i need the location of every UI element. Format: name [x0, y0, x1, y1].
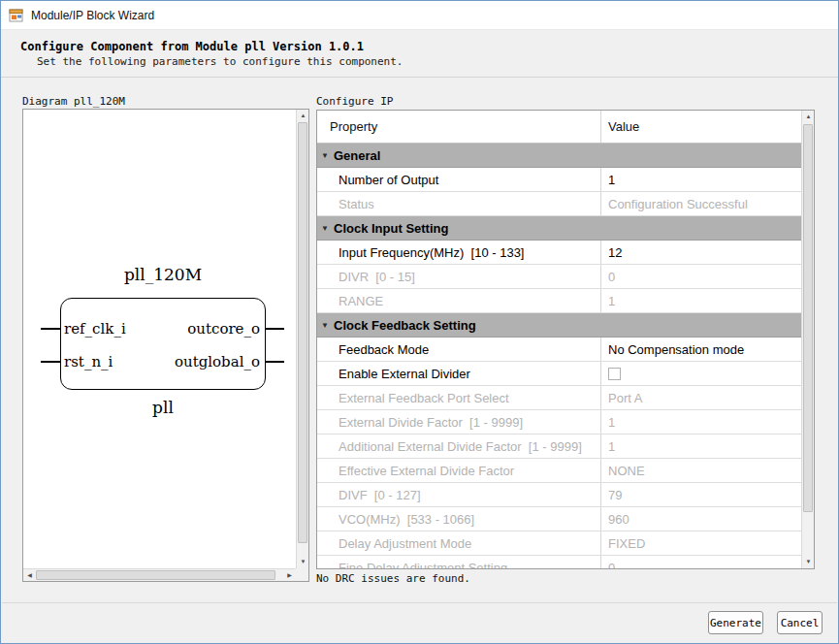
property-cell: Delay Adjustment Mode	[317, 531, 600, 555]
property-cell: RANGE	[317, 289, 600, 312]
table-body: ▼ General Number of Output 1 Status Conf…	[317, 144, 801, 568]
value-cell: 0	[600, 556, 801, 568]
property-cell: Enable External Divider	[317, 362, 600, 385]
value-cell[interactable]: 12	[600, 241, 801, 264]
value-cell: 1	[600, 289, 801, 312]
property-table: Property Value ▼ General Number of Outpu…	[316, 110, 815, 569]
row-fine-delay-adjustment-setting: Fine Delay Adjustment Setting 0	[317, 556, 801, 568]
block-instance-title: pll_120M	[60, 265, 266, 284]
collapse-triangle-icon[interactable]: ▼	[321, 144, 329, 168]
column-header-property: Property	[317, 111, 600, 143]
diagram-horizontal-scrollbar[interactable]: ◀ ▶	[23, 568, 296, 581]
row-input-frequency[interactable]: Input Frequency(MHz) [10 - 133] 12	[317, 241, 801, 265]
value-cell: 960	[600, 507, 801, 531]
value-cell: 1	[600, 410, 801, 434]
port-label-rst-n-i: rst_n_i	[64, 353, 113, 370]
section-label: Clock Input Setting	[334, 221, 448, 236]
row-feedback-mode[interactable]: Feedback Mode No Compensation mode	[317, 338, 801, 362]
vertical-scroll-thumb[interactable]	[803, 124, 813, 512]
horizontal-scroll-thumb[interactable]	[36, 570, 275, 580]
row-range: RANGE 1	[317, 289, 801, 313]
value-cell: 1	[600, 435, 801, 458]
property-cell: Number of Output	[317, 168, 600, 191]
value-cell: 79	[600, 483, 801, 506]
port-stub-outglobal-o	[266, 361, 284, 363]
property-cell: Feedback Mode	[317, 338, 600, 361]
wizard-title: Configure Component from Module pll Vers…	[20, 40, 364, 53]
port-stub-outcore-o	[266, 328, 284, 330]
property-cell: Additional External Divide Factor [1 - 9…	[317, 435, 600, 458]
scroll-down-icon[interactable]: ▼	[802, 556, 815, 568]
module-ip-block-wizard-window: Module/IP Block Wizard Configure Compone…	[0, 0, 839, 644]
footer-separator	[2, 602, 837, 603]
row-number-of-output[interactable]: Number of Output 1	[317, 168, 801, 192]
title-bar[interactable]: Module/IP Block Wizard	[1, 1, 838, 30]
wizard-header: Configure Component from Module pll Vers…	[1, 30, 838, 78]
window-title: Module/IP Block Wizard	[31, 9, 154, 22]
property-cell: DIVF [0 - 127]	[317, 483, 600, 506]
row-delay-adjustment-mode: Delay Adjustment Mode FIXED	[317, 531, 801, 556]
property-cell: External Divide Factor [1 - 9999]	[317, 410, 600, 434]
section-label: General	[334, 148, 380, 163]
port-stub-ref-clk-i	[41, 328, 60, 330]
property-cell: Fine Delay Adjustment Setting	[317, 556, 600, 568]
port-label-outglobal-o: outglobal_o	[175, 353, 260, 370]
property-cell: DIVR [0 - 15]	[317, 265, 600, 288]
section-label: Clock Feedback Setting	[334, 318, 476, 333]
scroll-left-icon[interactable]: ◀	[23, 569, 36, 582]
scroll-up-icon[interactable]: ▲	[802, 111, 815, 123]
value-cell[interactable]: No Compensation mode	[600, 338, 801, 361]
section-row-clock-feedback-setting[interactable]: ▼ Clock Feedback Setting	[317, 313, 801, 338]
property-cell: External Feedback Port Select	[317, 386, 600, 409]
scroll-up-icon[interactable]: ▲	[297, 110, 309, 122]
value-cell	[600, 362, 801, 385]
configure-ip-label: Configure IP	[316, 95, 393, 108]
wizard-subtitle: Set the following parameters to configur…	[37, 55, 403, 68]
port-label-ref-clk-i: ref_clk_i	[64, 320, 126, 338]
app-icon	[9, 8, 24, 23]
row-enable-external-divider[interactable]: Enable External Divider	[317, 362, 801, 386]
row-additional-external-divide-factor: Additional External Divide Factor [1 - 9…	[317, 435, 801, 459]
scroll-down-icon[interactable]: ▼	[297, 556, 309, 568]
value-cell: Configuration Successful	[600, 192, 801, 215]
diagram-vertical-scrollbar[interactable]: ▲ ▼	[296, 110, 308, 568]
property-cell: Input Frequency(MHz) [10 - 133]	[317, 241, 600, 264]
table-header: Property Value	[317, 111, 801, 144]
row-vco: VCO(MHz) [533 - 1066] 960	[317, 507, 801, 531]
drc-status-message: No DRC issues are found.	[316, 572, 470, 585]
value-cell: 0	[600, 265, 801, 288]
diagram-viewport: pll_120M ref_clk_i rst_n_i outcore_o out…	[22, 109, 309, 582]
vertical-scroll-thumb[interactable]	[298, 122, 307, 543]
value-cell: FIXED	[600, 531, 801, 555]
scroll-right-icon[interactable]: ▶	[283, 569, 296, 582]
section-row-general[interactable]: ▼ General	[317, 144, 801, 168]
row-status: Status Configuration Successful	[317, 192, 801, 216]
generate-button[interactable]: Generate	[708, 611, 763, 634]
value-cell: NONE	[600, 459, 801, 482]
property-cell: Effective External Divide Factor	[317, 459, 600, 482]
port-label-outcore-o: outcore_o	[187, 320, 260, 338]
value-cell[interactable]: 1	[600, 168, 801, 191]
block-type-name: pll	[60, 398, 266, 417]
section-row-clock-input-setting[interactable]: ▼ Clock Input Setting	[317, 216, 801, 241]
pll-block	[60, 298, 266, 390]
value-cell: Port A	[600, 386, 801, 409]
row-divf: DIVF [0 - 127] 79	[317, 483, 801, 507]
table-vertical-scrollbar[interactable]: ▲ ▼	[801, 111, 814, 568]
cancel-button[interactable]: Cancel	[777, 611, 823, 634]
column-header-value: Value	[600, 111, 801, 143]
property-cell: VCO(MHz) [533 - 1066]	[317, 507, 600, 531]
collapse-triangle-icon[interactable]: ▼	[321, 313, 329, 338]
collapse-triangle-icon[interactable]: ▼	[321, 216, 329, 241]
diagram-panel-label: Diagram pll_120M	[22, 95, 125, 108]
row-external-feedback-port-select: External Feedback Port Select Port A	[317, 386, 801, 410]
scrollbar-corner	[296, 568, 308, 581]
enable-external-divider-checkbox[interactable]	[608, 368, 621, 380]
row-effective-external-divide-factor: Effective External Divide Factor NONE	[317, 459, 801, 483]
row-divr: DIVR [0 - 15] 0	[317, 265, 801, 289]
row-external-divide-factor: External Divide Factor [1 - 9999] 1	[317, 410, 801, 435]
property-cell: Status	[317, 192, 600, 215]
port-stub-rst-n-i	[41, 361, 60, 363]
